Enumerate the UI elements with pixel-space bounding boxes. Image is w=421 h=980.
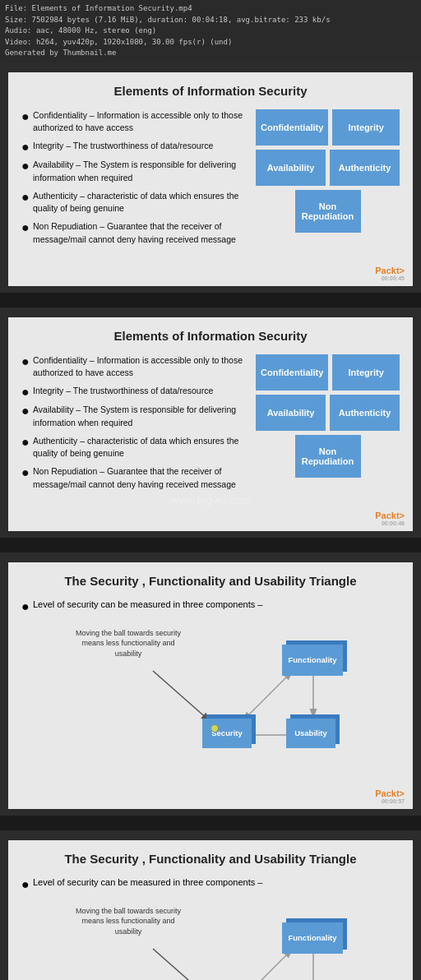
bullet-dot: ●: [21, 141, 33, 154]
boxes-row-3: Non Repudiation: [256, 435, 400, 478]
packt-logo-3: Packt> 00:00:57: [375, 788, 405, 804]
bullet-text: Confidentiality – Information is accessi…: [33, 109, 248, 136]
slide-4-bullet: ● Level of security can be measured in t…: [21, 877, 400, 891]
slide-3-title: The Security , Functionality and Usabili…: [21, 574, 400, 588]
bullet-text: Integrity – The trustworthiness of data/…: [33, 140, 248, 153]
security-box: Security: [202, 719, 252, 748]
box-availability: Availability: [256, 150, 326, 186]
bullet-text: Confidentiality – Information is accessi…: [33, 354, 248, 381]
bullet-dot: ●: [21, 191, 33, 204]
slide-2-inner: Elements of Information Security ● Confi…: [8, 317, 413, 531]
bullet-text: Authenticity – characteristic of data wh…: [33, 435, 248, 461]
slide-2-title: Elements of Information Security: [21, 329, 400, 343]
bullet-text: Authenticity – characteristic of data wh…: [33, 190, 248, 216]
bullet-dot: ●: [21, 466, 33, 479]
svg-line-7: [248, 950, 291, 981]
triangle-diagram-2: Moving the ball towards security means l…: [71, 899, 350, 981]
bullet-dot: ●: [21, 159, 33, 173]
bullet-dot: ●: [21, 404, 33, 418]
slide-4-inner: The Security , Functionality and Usabili…: [8, 840, 413, 981]
bullet-text: Non Repudiation – Guarantee that the rec…: [33, 465, 248, 492]
file-info-bar: File: Elements of Information Security.m…: [0, 0, 421, 62]
boxes-row-2: Availability Authenticity: [256, 150, 400, 186]
usability-box: Usability: [286, 719, 335, 748]
packt-logo-2: Packt> 00:00:48: [375, 511, 405, 526]
bullet-1-1: ● Confidentiality – Information is acces…: [21, 109, 248, 136]
slide-1-title: Elements of Information Security: [21, 84, 400, 98]
box-non-repudiation-2: Non Repudiation: [295, 435, 361, 478]
bullet-dot: ●: [21, 221, 33, 234]
triangle-diagram: Moving the ball towards security means l…: [71, 622, 350, 761]
slide-2-bullets: ● Confidentiality – Information is acces…: [21, 354, 248, 497]
bullet-1-3: ● Availability – The System is responsib…: [21, 159, 248, 185]
file-info-line5: Generated by Thumbnail.me: [5, 48, 416, 59]
bullet-text: Integrity – The trustworthiness of data/…: [33, 385, 248, 398]
file-info-line1: File: Elements of Information Security.m…: [5, 3, 416, 15]
separator-1: [0, 293, 421, 307]
slide-1-bullets: ● Confidentiality – Information is acces…: [21, 109, 248, 252]
bullet-dot: ●: [21, 386, 33, 399]
bullet-2-5: ● Non Repudiation – Guarantee that the r…: [21, 465, 248, 492]
bullet-text: Non Repudiation – Guarantee that the rec…: [33, 220, 248, 247]
box-authenticity: Authenticity: [330, 150, 400, 186]
box-integrity: Integrity: [332, 109, 400, 146]
bullet-dot: ●: [21, 355, 33, 368]
slide-2: Elements of Information Security ● Confi…: [0, 307, 421, 538]
box-confidentiality: Confidentiality: [256, 109, 328, 146]
box-authenticity-2: Authenticity: [330, 395, 400, 431]
slide-3: The Security , Functionality and Usabili…: [0, 552, 421, 816]
slide-2-content: ● Confidentiality – Information is acces…: [21, 354, 400, 497]
functionality-box: Functionality: [282, 645, 343, 676]
bullet-text: Availability – The System is responsible…: [33, 159, 248, 185]
svg-line-3: [248, 673, 291, 716]
box-availability-2: Availability: [256, 395, 326, 431]
slide-1-content: ● Confidentiality – Information is acces…: [21, 109, 400, 252]
box-non-repudiation: Non Repudiation: [295, 190, 361, 233]
bullet-2-4: ● Authenticity – characteristic of data …: [21, 435, 248, 461]
bullet-1-4: ● Authenticity – characteristic of data …: [21, 190, 248, 216]
slide-1-inner: Elements of Information Security ● Confi…: [8, 72, 413, 286]
box-confidentiality-2: Confidentiality: [256, 354, 328, 391]
bullet-1-5: ● Non Repudiation – Guarantee that the r…: [21, 220, 248, 247]
bullet-dot: ●: [21, 110, 33, 123]
svg-line-4: [153, 949, 209, 981]
file-info-line2: Size: 7502984 bytes (7.16 MiB), duration…: [5, 15, 416, 26]
bullet-dot: ●: [21, 436, 33, 449]
slide-2-boxes: Confidentiality Integrity Availability A…: [256, 354, 400, 497]
boxes-row-1: Confidentiality Integrity: [256, 354, 400, 391]
packt-logo-1: Packt> 00:00:45: [375, 266, 405, 281]
file-info-line3: Audio: aac, 48000 Hz, stereo (eng): [5, 25, 416, 37]
box-integrity-2: Integrity: [332, 354, 400, 391]
bullet-dot: ●: [21, 878, 33, 891]
functionality-box-2: Functionality: [282, 922, 343, 954]
bullet-dot: ●: [21, 600, 33, 613]
slide-1-boxes: Confidentiality Integrity Availability A…: [256, 109, 400, 252]
slide-4-title: The Security , Functionality and Usabili…: [21, 852, 400, 866]
boxes-row-3: Non Repudiation: [256, 190, 400, 233]
slide-3-inner: The Security , Functionality and Usabili…: [8, 562, 413, 809]
boxes-row-1: Confidentiality Integrity: [256, 109, 400, 146]
slide-1: Elements of Information Security ● Confi…: [0, 62, 421, 293]
boxes-row-2: Availability Authenticity: [256, 395, 400, 431]
dot-yellow: [210, 724, 219, 733]
separator-2: [0, 538, 421, 552]
slide-3-bullet: ● Level of security can be measured in t…: [21, 599, 400, 613]
bullet-2-1: ● Confidentiality – Information is acces…: [21, 354, 248, 381]
bullet-text: Availability – The System is responsible…: [33, 404, 248, 430]
file-info-line4: Video: h264, yuv420p, 1920x1080, 30.00 f…: [5, 37, 416, 49]
bullet-2-3: ● Availability – The System is responsib…: [21, 404, 248, 430]
bullet-2-2: ● Integrity – The trustworthiness of dat…: [21, 385, 248, 399]
svg-line-0: [153, 671, 209, 720]
bullet-1-2: ● Integrity – The trustworthiness of dat…: [21, 140, 248, 154]
separator-3: [0, 816, 421, 830]
slide-4: The Security , Functionality and Usabili…: [0, 830, 421, 981]
